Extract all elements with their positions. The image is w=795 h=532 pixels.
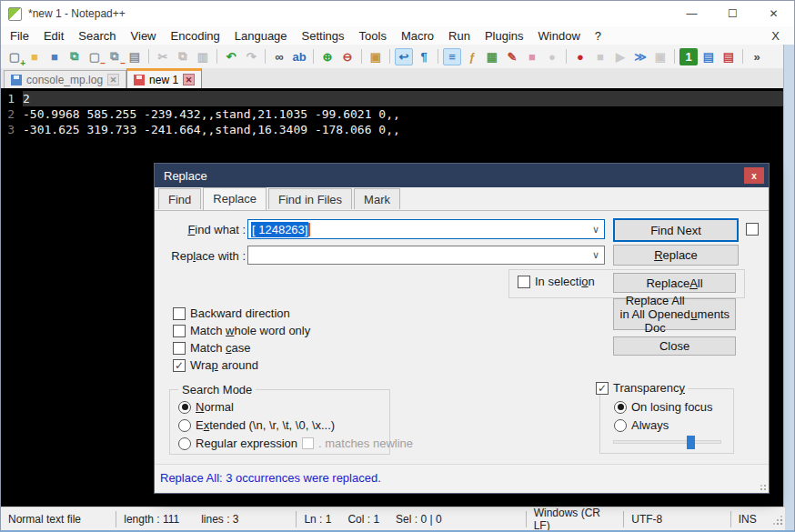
menu-tools[interactable]: Tools bbox=[352, 27, 394, 45]
menu-language[interactable]: Language bbox=[227, 27, 295, 45]
backward-direction-option[interactable]: Backward direction bbox=[173, 306, 290, 320]
print-icon[interactable]: ▤ bbox=[126, 48, 144, 65]
always-option[interactable]: Always bbox=[614, 418, 669, 432]
transparency-checkbox[interactable]: ✓ bbox=[596, 382, 609, 395]
close-button[interactable]: ✕ bbox=[753, 1, 794, 26]
dialog-title-bar[interactable]: Replace x bbox=[155, 164, 769, 187]
dialog-resize-grip[interactable] bbox=[756, 480, 767, 491]
replace-all-open-docs-button[interactable]: Replace All in All Opened Documents bbox=[613, 298, 736, 330]
unlabeled-checkbox[interactable] bbox=[746, 223, 759, 236]
dialog-tab-replace[interactable]: Replace bbox=[203, 187, 267, 210]
tab-label: console_mp.log bbox=[26, 74, 103, 86]
find-what-combobox[interactable]: [ 1248263] ∨ bbox=[247, 219, 605, 239]
function-list-icon[interactable]: ƒ bbox=[463, 48, 481, 65]
word-wrap-icon[interactable]: ↩ bbox=[395, 48, 413, 65]
search-mode-normal-option[interactable]: Normal bbox=[178, 400, 234, 414]
normal-radio[interactable] bbox=[178, 401, 191, 414]
zoom-out-icon[interactable]: ⊖ bbox=[338, 48, 357, 65]
undo-icon[interactable]: ↶ bbox=[222, 48, 240, 65]
monitoring-list-blue-icon[interactable]: ▤ bbox=[699, 48, 718, 65]
document-monitor-icon[interactable]: ● bbox=[543, 48, 561, 65]
file-tab-new-1[interactable]: new 1✕ bbox=[126, 68, 202, 88]
menu-plugins[interactable]: Plugins bbox=[478, 27, 531, 45]
wrap-around-option[interactable]: ✓ Wrap around bbox=[173, 358, 258, 372]
in-selection-option[interactable]: In selection bbox=[518, 275, 595, 288]
zoom-in-icon[interactable]: ⊕ bbox=[318, 48, 337, 65]
menu-search[interactable]: Search bbox=[71, 27, 123, 45]
menu-view[interactable]: View bbox=[124, 27, 164, 45]
indent-guide-icon[interactable]: ≡ bbox=[443, 48, 461, 65]
combobox-dropdown-icon[interactable]: ∨ bbox=[588, 224, 604, 236]
save-all-icon[interactable]: ⧉ bbox=[65, 48, 84, 65]
transparency-option[interactable]: ✓ Transparency bbox=[593, 381, 688, 395]
menu-run[interactable]: Run bbox=[441, 27, 478, 45]
menu-window[interactable]: Window bbox=[531, 27, 588, 45]
search-mode-regex-option[interactable]: Regular expression bbox=[178, 437, 297, 450]
copy-icon[interactable]: ⧉ bbox=[174, 48, 192, 65]
dialog-tab-mark[interactable]: Mark bbox=[354, 188, 400, 209]
tab-label: new 1 bbox=[149, 74, 178, 86]
backward-direction-checkbox[interactable] bbox=[173, 307, 186, 320]
search-mode-extended-option[interactable]: Extended (\n, \r, \t, \0, \x...) bbox=[178, 418, 335, 432]
file-tab-console_mp-log[interactable]: console_mp.log✕ bbox=[4, 70, 126, 88]
menubar-close-icon[interactable]: X bbox=[766, 29, 785, 43]
stop-macro-icon[interactable]: ■ bbox=[591, 48, 609, 65]
close-file-icon[interactable]: ▢− bbox=[86, 48, 104, 65]
on-losing-focus-radio[interactable] bbox=[614, 401, 627, 414]
play-macro-icon[interactable]: ▶ bbox=[611, 48, 629, 65]
dialog-close-button[interactable]: x bbox=[744, 167, 764, 184]
menu-encoding[interactable]: Encoding bbox=[164, 27, 227, 45]
minimize-button[interactable]: — bbox=[671, 1, 712, 26]
redo-icon[interactable]: ↷ bbox=[242, 48, 260, 65]
window-resize-grip[interactable] bbox=[770, 513, 783, 526]
close-dialog-button[interactable]: Close bbox=[613, 336, 736, 356]
search-result-window-icon[interactable]: 1 bbox=[679, 48, 698, 65]
wrap-around-checkbox[interactable]: ✓ bbox=[173, 359, 186, 372]
menu-edit[interactable]: Edit bbox=[36, 27, 71, 45]
find-next-button[interactable]: Find Next bbox=[613, 218, 739, 242]
toolbar-overflow-icon[interactable]: » bbox=[748, 48, 766, 65]
save-file-icon[interactable]: ■ bbox=[45, 48, 64, 65]
paste-icon[interactable]: ▥ bbox=[194, 48, 212, 65]
whole-word-option[interactable]: Match whole word only bbox=[173, 324, 310, 337]
menu-file[interactable]: File bbox=[3, 27, 36, 45]
folder-as-workspace-icon[interactable]: ■ bbox=[523, 48, 541, 65]
document-map-icon[interactable]: ▦ bbox=[483, 48, 501, 65]
match-case-checkbox[interactable] bbox=[173, 342, 186, 355]
new-file-icon[interactable]: ▢+ bbox=[5, 48, 24, 65]
combobox-dropdown-icon[interactable]: ∨ bbox=[588, 249, 604, 261]
close-all-files-icon[interactable]: ⧉− bbox=[106, 48, 124, 65]
replace-button[interactable]: Replace bbox=[613, 245, 739, 266]
document-edit-icon[interactable]: ✎ bbox=[503, 48, 521, 65]
replace-icon[interactable]: ab bbox=[290, 48, 308, 65]
sync-scrolling-icon[interactable]: ▣ bbox=[367, 48, 385, 65]
open-file-icon[interactable]: ■ bbox=[25, 48, 44, 65]
whole-word-checkbox[interactable] bbox=[173, 325, 186, 337]
on-losing-focus-option[interactable]: On losing focus bbox=[614, 400, 713, 414]
cut-icon[interactable]: ✂ bbox=[154, 48, 172, 65]
dialog-tab-find[interactable]: Find bbox=[158, 188, 201, 209]
transparency-slider-thumb[interactable] bbox=[687, 436, 695, 449]
match-case-option[interactable]: Match case bbox=[173, 341, 250, 355]
menu-?[interactable]: ? bbox=[588, 27, 609, 45]
show-all-characters-icon[interactable]: ¶ bbox=[415, 48, 433, 65]
dialog-tab-find-in-files[interactable]: Find in Files bbox=[268, 188, 352, 209]
menu-settings[interactable]: Settings bbox=[295, 27, 352, 45]
monitoring-list-red-icon[interactable]: ▤ bbox=[720, 48, 738, 65]
run-macro-multiple-icon[interactable]: ≫ bbox=[631, 48, 649, 65]
replace-with-combobox[interactable]: ∨ bbox=[247, 246, 605, 265]
replace-all-button[interactable]: Replace All bbox=[613, 273, 736, 293]
record-macro-icon[interactable]: ● bbox=[571, 48, 589, 65]
tab-close-icon[interactable]: ✕ bbox=[107, 74, 119, 85]
extended-radio[interactable] bbox=[178, 419, 191, 432]
editor-scrollbar[interactable] bbox=[783, 45, 794, 531]
regex-radio[interactable] bbox=[178, 437, 191, 450]
maximize-button[interactable]: ☐ bbox=[712, 1, 753, 26]
tab-close-icon[interactable]: ✕ bbox=[183, 74, 195, 85]
in-selection-checkbox[interactable] bbox=[518, 276, 530, 288]
find-icon[interactable]: ∞ bbox=[270, 48, 288, 65]
transparency-slider[interactable] bbox=[613, 440, 721, 444]
save-macro-icon[interactable]: ▣ bbox=[651, 48, 669, 65]
always-radio[interactable] bbox=[614, 419, 627, 432]
menu-macro[interactable]: Macro bbox=[394, 27, 441, 45]
